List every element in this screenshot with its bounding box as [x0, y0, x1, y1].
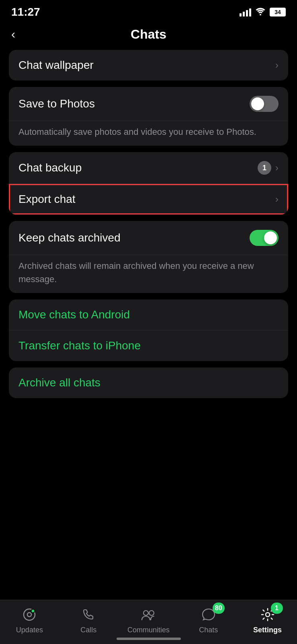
- svg-point-0: [260, 14, 261, 15]
- transfer-to-iphone-row[interactable]: Transfer chats to iPhone: [9, 330, 288, 361]
- chevron-icon: ›: [275, 60, 279, 71]
- backup-badge: 1: [258, 161, 271, 175]
- tab-communities[interactable]: Communities: [127, 606, 170, 634]
- save-to-photos-label: Save to Photos: [18, 97, 95, 110]
- signal-bars-icon: [240, 8, 251, 17]
- chat-wallpaper-label: Chat wallpaper: [18, 59, 94, 72]
- tab-chats[interactable]: 80 Chats: [188, 606, 229, 634]
- settings-badge: 1: [271, 603, 283, 614]
- svg-point-3: [31, 609, 35, 613]
- archive-all-row[interactable]: Archive all chats: [9, 367, 288, 398]
- keep-archived-row[interactable]: Keep chats archived: [9, 221, 288, 255]
- keep-archived-label: Keep chats archived: [18, 231, 121, 244]
- move-to-android-label: Move chats to Android: [18, 308, 130, 321]
- chat-backup-label: Chat backup: [18, 161, 82, 174]
- export-chat-row[interactable]: Export chat ›: [9, 184, 288, 215]
- home-indicator: [117, 638, 181, 640]
- transfer-to-iphone-label: Transfer chats to iPhone: [18, 339, 141, 352]
- save-to-photos-row[interactable]: Save to Photos: [9, 87, 288, 121]
- svg-point-6: [266, 613, 270, 617]
- tab-settings-label: Settings: [253, 626, 282, 634]
- archive-section: Keep chats archived Archived chats will …: [9, 221, 288, 293]
- wallpaper-section: Chat wallpaper ›: [9, 50, 288, 80]
- save-photos-toggle[interactable]: [250, 96, 279, 112]
- tab-communities-label: Communities: [127, 626, 170, 634]
- transfer-section: Move chats to Android Transfer chats to …: [9, 299, 288, 361]
- chats-badge: 80: [213, 603, 225, 614]
- keep-archived-toggle[interactable]: [250, 230, 279, 246]
- chevron-icon: ›: [275, 194, 279, 205]
- archive-description: Archived chats will remain archived when…: [9, 255, 288, 293]
- settings-content: Chat wallpaper › Save to Photos Automati…: [0, 50, 297, 398]
- move-to-android-row[interactable]: Move chats to Android: [9, 299, 288, 330]
- chevron-icon: ›: [275, 162, 279, 173]
- tab-calls-label: Calls: [80, 626, 96, 634]
- svg-point-5: [149, 611, 154, 615]
- tab-calls[interactable]: Calls: [68, 606, 109, 634]
- updates-icon: [20, 606, 38, 623]
- status-bar: 11:27 34: [0, 0, 297, 22]
- tab-updates[interactable]: Updates: [9, 606, 49, 634]
- toggle-knob: [251, 97, 264, 110]
- archive-all-label: Archive all chats: [18, 376, 100, 389]
- battery-icon: 34: [270, 8, 286, 17]
- save-photos-section: Save to Photos Automatically save photos…: [9, 87, 288, 146]
- toggle-knob: [264, 231, 277, 244]
- status-time: 11:27: [11, 6, 40, 19]
- chat-backup-row[interactable]: Chat backup 1 ›: [9, 152, 288, 184]
- wifi-icon: [255, 7, 266, 17]
- svg-point-4: [143, 611, 148, 615]
- save-photos-description: Automatically save photos and videos you…: [9, 121, 288, 146]
- status-icons: 34: [240, 7, 286, 17]
- communities-icon: [139, 606, 157, 623]
- page-title: Chats: [131, 27, 166, 42]
- tab-chats-label: Chats: [199, 626, 218, 634]
- svg-point-2: [27, 613, 31, 617]
- header: ‹ Chats: [0, 22, 297, 50]
- back-button[interactable]: ‹: [11, 28, 15, 40]
- chat-wallpaper-row[interactable]: Chat wallpaper ›: [9, 50, 288, 80]
- archive-all-section: Archive all chats: [9, 367, 288, 398]
- tab-updates-label: Updates: [16, 626, 43, 634]
- tab-settings[interactable]: 1 Settings: [248, 606, 288, 634]
- calls-icon: [80, 606, 97, 623]
- export-chat-label: Export chat: [18, 193, 76, 206]
- backup-section: Chat backup 1 › Export chat ›: [9, 152, 288, 215]
